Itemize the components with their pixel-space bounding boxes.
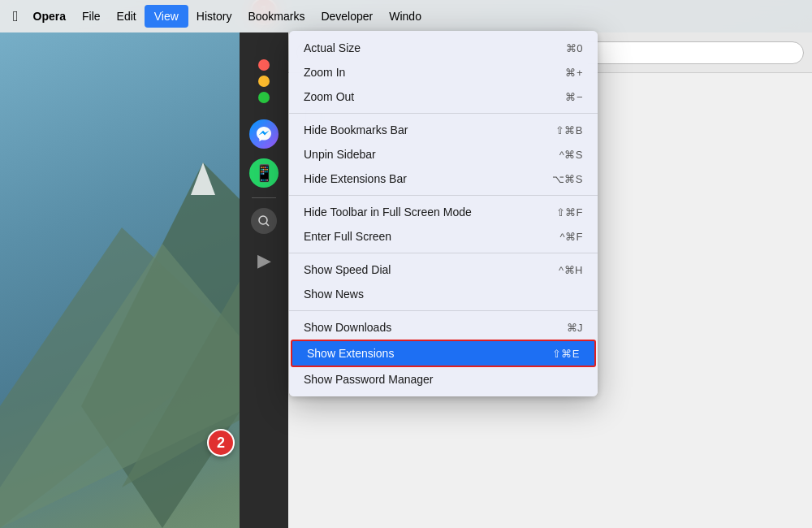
menu-item-shortcut: ⌘− bbox=[565, 91, 583, 103]
menu-item-label: Show News bbox=[304, 288, 364, 301]
menubar-developer[interactable]: Developer bbox=[313, 6, 381, 26]
menu-show-extensions[interactable]: Show Extensions ⇧⌘E bbox=[291, 340, 596, 367]
menu-actual-size[interactable]: Actual Size ⌘0 bbox=[289, 36, 598, 60]
menubar-file[interactable]: File bbox=[74, 6, 109, 26]
menubar-history[interactable]: History bbox=[188, 6, 240, 26]
menu-item-label: Unpin Sidebar bbox=[304, 148, 376, 161]
svg-line-7 bbox=[266, 223, 269, 226]
menu-enter-fullscreen[interactable]: Enter Full Screen ^⌘F bbox=[289, 224, 598, 249]
menu-item-label: Zoom In bbox=[304, 66, 345, 79]
apple-menu[interactable]:  bbox=[6, 5, 25, 28]
menubar-edit[interactable]: Edit bbox=[109, 6, 145, 26]
menu-item-shortcut: ⇧⌘F bbox=[556, 206, 583, 219]
traffic-lights bbox=[258, 59, 270, 103]
menu-unpin-sidebar[interactable]: Unpin Sidebar ^⌘S bbox=[289, 142, 598, 167]
menu-separator-1 bbox=[289, 113, 598, 114]
menu-item-shortcut: ^⌘S bbox=[559, 149, 583, 161]
minimize-button[interactable] bbox=[258, 76, 270, 87]
menu-item-label: Hide Toolbar in Full Screen Mode bbox=[304, 206, 472, 219]
menu-item-shortcut: ⌘J bbox=[567, 322, 584, 334]
menu-item-label: Hide Bookmarks Bar bbox=[304, 123, 408, 136]
menu-zoom-out[interactable]: Zoom Out ⌘− bbox=[289, 84, 598, 109]
menu-show-password-manager[interactable]: Show Password Manager bbox=[289, 367, 598, 392]
menu-item-shortcut: ⌘0 bbox=[566, 42, 583, 54]
menu-item-shortcut: ⌥⌘S bbox=[552, 173, 583, 185]
menu-item-label: Hide Extensions Bar bbox=[304, 172, 407, 185]
menu-zoom-in[interactable]: Zoom In ⌘+ bbox=[289, 60, 598, 84]
menubar-bookmarks[interactable]: Bookmarks bbox=[240, 6, 313, 26]
menubar:  Opera File Edit View History Bookmarks… bbox=[0, 0, 812, 32]
menu-item-shortcut: ⇧⌘B bbox=[555, 124, 583, 136]
menu-item-label: Show Downloads bbox=[304, 321, 391, 334]
svg-point-6 bbox=[259, 216, 267, 224]
menu-item-shortcut: ⌘+ bbox=[565, 67, 583, 79]
menubar-view[interactable]: View bbox=[145, 5, 188, 28]
sidebar-search-icon[interactable] bbox=[251, 208, 277, 234]
menu-item-shortcut: ^⌘F bbox=[559, 231, 583, 243]
menubar-window[interactable]: Windo bbox=[381, 6, 430, 26]
menu-hide-bookmarks-bar[interactable]: Hide Bookmarks Bar ⇧⌘B bbox=[289, 118, 598, 142]
menu-hide-toolbar-fullscreen[interactable]: Hide Toolbar in Full Screen Mode ⇧⌘F bbox=[289, 200, 598, 224]
menu-item-label: Enter Full Screen bbox=[304, 230, 391, 243]
menu-item-shortcut: ^⌘H bbox=[559, 264, 583, 276]
sidebar-whatsapp-icon[interactable]: 📱 bbox=[249, 158, 279, 188]
badge-2: 2 bbox=[207, 429, 235, 457]
menu-show-downloads[interactable]: Show Downloads ⌘J bbox=[289, 315, 598, 340]
view-dropdown-menu: Actual Size ⌘0 Zoom In ⌘+ Zoom Out ⌘− Hi… bbox=[289, 31, 598, 396]
cursor-icon: ▶ bbox=[257, 250, 271, 271]
menu-item-shortcut: ⇧⌘E bbox=[552, 348, 580, 360]
opera-sidebar: 1 📱 ▶ bbox=[240, 32, 288, 528]
sidebar-messenger-icon[interactable] bbox=[249, 119, 279, 149]
menu-hide-extensions-bar[interactable]: Hide Extensions Bar ⌥⌘S bbox=[289, 167, 598, 191]
close-button[interactable] bbox=[258, 59, 270, 71]
menu-separator-4 bbox=[289, 310, 598, 311]
sidebar-divider bbox=[252, 197, 276, 198]
menu-item-label: Zoom Out bbox=[304, 90, 354, 103]
menu-show-news[interactable]: Show News bbox=[289, 282, 598, 306]
menu-separator-3 bbox=[289, 253, 598, 253]
menu-item-label: Show Password Manager bbox=[304, 373, 434, 386]
badge-2-container: 2 bbox=[207, 429, 235, 457]
menu-item-label: Actual Size bbox=[304, 41, 361, 54]
menubar-opera[interactable]: Opera bbox=[25, 6, 74, 26]
menu-separator-2 bbox=[289, 195, 598, 196]
menu-item-label: Show Extensions bbox=[307, 347, 394, 360]
menu-show-speed-dial[interactable]: Show Speed Dial ^⌘H bbox=[289, 258, 598, 282]
maximize-button[interactable] bbox=[258, 92, 270, 103]
menu-item-label: Show Speed Dial bbox=[304, 263, 391, 276]
